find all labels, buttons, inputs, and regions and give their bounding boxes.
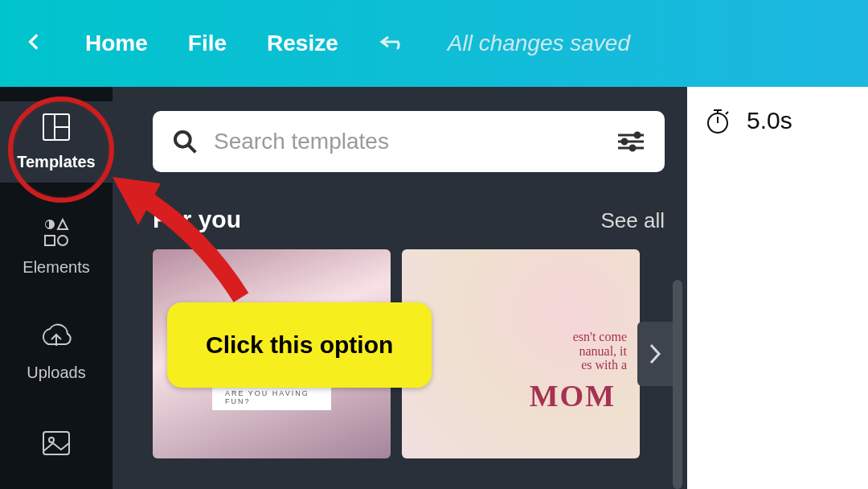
sidebar-item-label: Elements (23, 258, 89, 277)
search-icon (172, 129, 198, 154)
undo-icon (379, 30, 407, 54)
resize-menu[interactable]: Resize (267, 31, 338, 56)
top-bar: Home File Resize All changes saved (0, 0, 868, 87)
elements-icon (39, 215, 74, 250)
sidebar-item-elements[interactable]: Elements (0, 207, 113, 288)
duration-value[interactable]: 5.0s (747, 107, 792, 134)
main-area: Templates Elements Uploads (0, 87, 868, 489)
templates-panel: For you See all ARE YOU HAVING FUN? esn'… (113, 87, 687, 489)
svg-point-5 (58, 236, 68, 245)
canvas-area: 5.0s (687, 87, 868, 489)
sidebar-item-photos[interactable] (0, 417, 113, 461)
home-link[interactable]: Home (85, 31, 148, 56)
panel-scrollbar[interactable] (673, 280, 682, 489)
template-card[interactable]: esn't come nanual, it es with a MOM (402, 249, 640, 458)
sidebar-item-uploads[interactable]: Uploads (0, 312, 113, 393)
svg-point-12 (635, 133, 640, 138)
template-card[interactable]: ARE YOU HAVING FUN? (153, 249, 391, 458)
svg-point-14 (622, 139, 627, 144)
undo-button[interactable] (379, 30, 407, 57)
cards-next-button[interactable] (637, 322, 673, 386)
file-menu[interactable]: File (188, 31, 227, 56)
save-status: All changes saved (448, 31, 630, 56)
svg-point-8 (49, 438, 54, 442)
back-button[interactable] (24, 31, 45, 55)
card-text: esn't come nanual, it es with a (573, 330, 627, 372)
svg-point-16 (630, 146, 635, 150)
canvas-toolbar: 5.0s (703, 106, 852, 135)
svg-point-9 (175, 132, 190, 147)
stopwatch-icon[interactable] (703, 106, 732, 135)
section-header: For you See all (153, 206, 665, 233)
uploads-icon (39, 320, 74, 355)
sidebar: Templates Elements Uploads (0, 87, 113, 489)
filter-icon[interactable] (616, 129, 645, 154)
svg-rect-7 (43, 432, 69, 454)
section-title: For you (153, 206, 241, 233)
svg-line-21 (726, 112, 728, 114)
svg-line-10 (188, 145, 195, 152)
chevron-right-icon (649, 343, 661, 365)
template-cards: ARE YOU HAVING FUN? esn't come nanual, i… (153, 249, 665, 458)
sidebar-item-templates[interactable]: Templates (0, 101, 113, 183)
card-heading: MOM (530, 378, 616, 413)
search-input[interactable] (214, 129, 600, 154)
sidebar-item-label: Templates (17, 153, 95, 171)
templates-icon (39, 109, 74, 145)
svg-rect-4 (45, 236, 55, 245)
photos-icon (39, 425, 74, 461)
card-caption: ARE YOU HAVING FUN? (212, 384, 331, 410)
svg-marker-3 (58, 220, 68, 229)
see-all-link[interactable]: See all (601, 208, 665, 233)
search-bar[interactable] (153, 111, 665, 172)
sidebar-item-label: Uploads (27, 364, 85, 382)
chevron-left-icon (24, 31, 45, 52)
